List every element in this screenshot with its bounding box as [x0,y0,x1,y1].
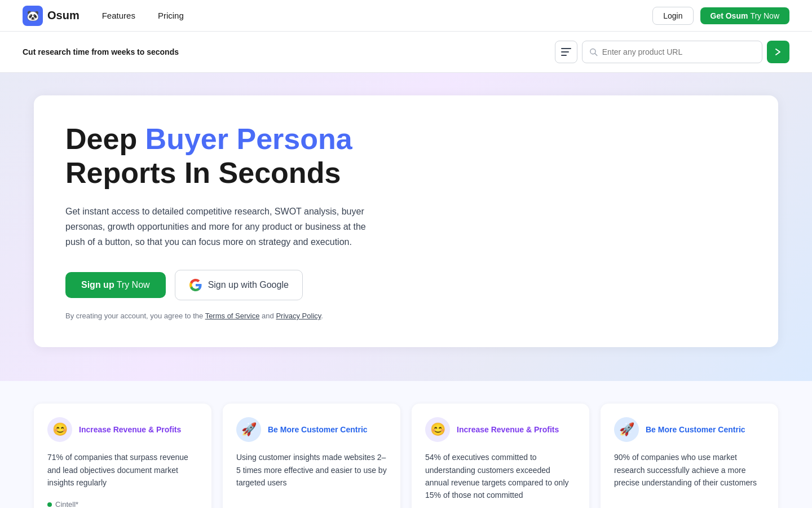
bottom-section: 😊 Increase Revenue & Profits 71% of comp… [0,381,812,508]
try-now-label: Try Now [117,280,150,290]
nav-left: 🐼 Osum Features Pricing [23,6,184,26]
arrow-right-icon [774,47,783,56]
card-4: 🚀 Be More Customer Centric 90% of compan… [601,404,778,508]
privacy-link[interactable]: Privacy Policy [276,312,321,320]
and-text: and [259,312,276,320]
card-title: Increase Revenue & Profits [79,425,181,434]
nav-features[interactable]: Features [102,11,135,20]
logo-text: Osum [47,9,80,22]
filter-button[interactable] [555,41,577,63]
get-osum-label: Get Osum [710,11,748,20]
signup-google-button[interactable]: Sign up with Google [175,270,303,300]
card-header: 🚀 Be More Customer Centric [236,417,387,442]
logo[interactable]: 🐼 Osum [23,6,80,26]
nav-pricing[interactable]: Pricing [158,11,184,20]
tos-link[interactable]: Terms of Service [205,312,260,320]
card-1: 😊 Increase Revenue & Profits 71% of comp… [34,404,211,508]
card-3: 😊 Increase Revenue & Profits 54% of exec… [412,404,589,508]
google-icon [189,278,202,292]
subheader: Cut research time from weeks to seconds [0,32,812,73]
source-text: Cintell* [55,500,78,508]
svg-line-4 [595,54,597,56]
source-dot [47,502,52,507]
hero-card: Deep Buyer Persona Reports In Seconds Ge… [34,95,778,347]
svg-rect-1 [561,51,569,52]
hero-title-reports: Reports In Seconds [65,156,341,189]
card-body: Using customer insights made websites 2–… [236,451,387,489]
hero-disclaimer: By creating your account, you agree to t… [65,312,747,320]
card-2: 🚀 Be More Customer Centric Using custome… [223,404,400,508]
card-icon: 😊 [425,417,450,442]
card-source: Cintell* [47,500,198,508]
disclaimer-suffix: . [321,312,323,320]
navbar: 🐼 Osum Features Pricing Login Get Osum T… [0,0,812,32]
card-header: 🚀 Be More Customer Centric [614,417,765,442]
get-osum-button[interactable]: Get Osum Try Now [700,7,790,24]
card-header: 😊 Increase Revenue & Profits [47,417,198,442]
search-go-button[interactable] [767,41,789,63]
subheader-text: Cut research time from weeks to seconds [23,47,179,56]
signup-label: Sign up [81,280,114,290]
card-icon: 🚀 [236,417,261,442]
login-button[interactable]: Login [652,7,693,25]
hero-title-buyer-persona: Buyer Persona [145,122,352,155]
filter-icon [561,48,571,56]
svg-rect-0 [561,48,571,49]
search-input[interactable] [602,47,755,56]
hero-title-deep: Deep [65,122,145,155]
svg-rect-2 [561,55,567,56]
google-signup-label: Sign up with Google [208,280,289,290]
nav-right: Login Get Osum Try Now [652,7,789,25]
card-icon: 😊 [47,417,72,442]
signup-now-button[interactable]: Sign up Try Now [65,272,166,298]
card-icon: 🚀 [614,417,639,442]
cards-row: 😊 Increase Revenue & Profits 71% of comp… [34,404,778,508]
search-icon [589,47,598,56]
search-area [555,41,789,63]
hero-title: Deep Buyer Persona Reports In Seconds [65,122,747,190]
hero-buttons: Sign up Try Now Sign up with Google [65,270,747,300]
card-body: 54% of executives committed to understan… [425,451,576,502]
disclaimer-prefix: By creating your account, you agree to t… [65,312,205,320]
try-now-label: Try Now [750,11,779,20]
card-header: 😊 Increase Revenue & Profits [425,417,576,442]
card-title: Increase Revenue & Profits [457,425,559,434]
card-title: Be More Customer Centric [268,425,368,434]
hero-subtitle: Get instant access to detailed competiti… [65,204,370,250]
search-input-wrap [582,41,762,63]
logo-icon: 🐼 [23,6,43,26]
hero-section: Deep Buyer Persona Reports In Seconds Ge… [0,73,812,381]
card-body: 71% of companies that surpass revenue an… [47,451,198,489]
card-title: Be More Customer Centric [646,425,745,434]
card-body: 90% of companies who use market research… [614,451,765,489]
